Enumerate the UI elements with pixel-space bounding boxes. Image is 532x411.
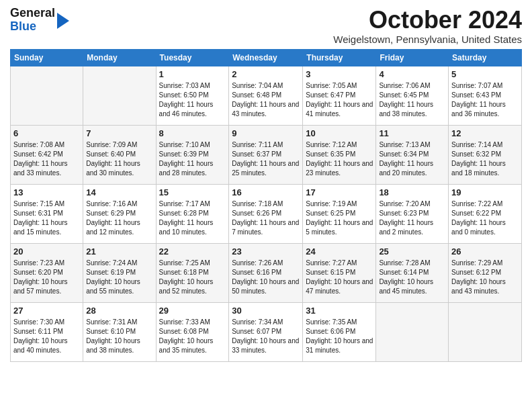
day-number: 15 xyxy=(159,187,226,199)
day-number: 11 xyxy=(379,128,445,140)
day-info: Sunrise: 7:13 AMSunset: 6:34 PMDaylight:… xyxy=(379,140,445,178)
sunrise-text: Sunrise: 7:27 AM xyxy=(306,259,357,267)
calendar-week-3: 20Sunrise: 7:23 AMSunset: 6:20 PMDayligh… xyxy=(11,243,522,302)
day-number: 6 xyxy=(13,128,80,140)
calendar-cell xyxy=(11,66,83,125)
calendar-cell: 10Sunrise: 7:12 AMSunset: 6:35 PMDayligh… xyxy=(303,125,376,184)
sunrise-text: Sunrise: 7:17 AM xyxy=(159,200,210,208)
day-number: 18 xyxy=(379,187,445,199)
daylight-text: Daylight: 11 hours and 33 minutes. xyxy=(13,160,68,177)
sunset-text: Sunset: 6:18 PM xyxy=(159,269,209,276)
day-number: 2 xyxy=(232,68,300,81)
calendar-week-1: 6Sunrise: 7:08 AMSunset: 6:42 PMDaylight… xyxy=(11,125,522,184)
day-info: Sunrise: 7:11 AMSunset: 6:37 PMDaylight:… xyxy=(232,140,300,178)
calendar-cell: 7Sunrise: 7:09 AMSunset: 6:40 PMDaylight… xyxy=(83,125,156,184)
day-info: Sunrise: 7:16 AMSunset: 6:29 PMDaylight:… xyxy=(86,199,152,237)
title-area: October 2024 Weigelstown, Pennsylvania, … xyxy=(333,7,522,45)
day-info: Sunrise: 7:04 AMSunset: 6:48 PMDaylight:… xyxy=(232,81,300,119)
day-info: Sunrise: 7:22 AMSunset: 6:22 PMDaylight:… xyxy=(451,199,519,237)
day-number: 28 xyxy=(86,305,152,318)
sunset-text: Sunset: 6:47 PM xyxy=(306,91,355,99)
day-number: 30 xyxy=(232,305,300,318)
day-info: Sunrise: 7:15 AMSunset: 6:31 PMDaylight:… xyxy=(13,199,80,237)
day-number: 25 xyxy=(379,246,445,259)
calendar-cell: 2Sunrise: 7:04 AMSunset: 6:48 PMDaylight… xyxy=(229,66,303,125)
sunset-text: Sunset: 6:10 PM xyxy=(86,328,136,335)
day-info: Sunrise: 7:17 AMSunset: 6:28 PMDaylight:… xyxy=(159,199,226,237)
day-number: 12 xyxy=(451,128,519,140)
day-number: 14 xyxy=(86,187,152,199)
day-info: Sunrise: 7:30 AMSunset: 6:11 PMDaylight:… xyxy=(13,318,80,355)
calendar-cell: 28Sunrise: 7:31 AMSunset: 6:10 PMDayligh… xyxy=(83,302,156,361)
sunrise-text: Sunrise: 7:28 AM xyxy=(379,259,430,267)
calendar-cell: 13Sunrise: 7:15 AMSunset: 6:31 PMDayligh… xyxy=(11,184,83,243)
calendar-cell: 14Sunrise: 7:16 AMSunset: 6:29 PMDayligh… xyxy=(83,184,156,243)
calendar-cell: 1Sunrise: 7:03 AMSunset: 6:50 PMDaylight… xyxy=(156,66,229,125)
sunrise-text: Sunrise: 7:14 AM xyxy=(451,141,502,148)
calendar-cell: 30Sunrise: 7:34 AMSunset: 6:07 PMDayligh… xyxy=(229,302,303,361)
daylight-text: Daylight: 10 hours and 31 minutes. xyxy=(306,337,373,354)
day-info: Sunrise: 7:06 AMSunset: 6:45 PMDaylight:… xyxy=(379,81,445,119)
calendar-cell: 20Sunrise: 7:23 AMSunset: 6:20 PMDayligh… xyxy=(11,243,83,302)
day-number: 19 xyxy=(451,187,519,199)
sunset-text: Sunset: 6:37 PM xyxy=(232,150,281,158)
sunset-text: Sunset: 6:40 PM xyxy=(86,150,136,158)
day-info: Sunrise: 7:26 AMSunset: 6:16 PMDaylight:… xyxy=(232,259,300,296)
day-number: 20 xyxy=(13,246,80,259)
sunset-text: Sunset: 6:43 PM xyxy=(451,91,501,99)
sunrise-text: Sunrise: 7:13 AM xyxy=(379,141,430,148)
day-number: 24 xyxy=(306,246,373,259)
col-friday: Friday xyxy=(376,49,449,66)
sunset-text: Sunset: 6:20 PM xyxy=(13,269,63,276)
calendar-cell: 19Sunrise: 7:22 AMSunset: 6:22 PMDayligh… xyxy=(449,184,522,243)
calendar-cell: 27Sunrise: 7:30 AMSunset: 6:11 PMDayligh… xyxy=(11,302,83,361)
logo-arrow-icon xyxy=(57,13,69,29)
sunrise-text: Sunrise: 7:31 AM xyxy=(86,318,137,326)
sunset-text: Sunset: 6:16 PM xyxy=(232,269,281,276)
day-number: 3 xyxy=(306,68,373,81)
day-info: Sunrise: 7:35 AMSunset: 6:06 PMDaylight:… xyxy=(306,318,373,355)
day-info: Sunrise: 7:28 AMSunset: 6:14 PMDaylight:… xyxy=(379,259,445,296)
sunrise-text: Sunrise: 7:07 AM xyxy=(451,82,502,89)
day-number: 26 xyxy=(451,246,519,259)
sunset-text: Sunset: 6:11 PM xyxy=(13,328,63,335)
sunset-text: Sunset: 6:39 PM xyxy=(159,150,209,158)
calendar-cell: 31Sunrise: 7:35 AMSunset: 6:06 PMDayligh… xyxy=(303,302,376,361)
sunrise-text: Sunrise: 7:33 AM xyxy=(159,318,210,326)
calendar-cell: 5Sunrise: 7:07 AMSunset: 6:43 PMDaylight… xyxy=(449,66,522,125)
day-number: 4 xyxy=(379,68,445,81)
sunrise-text: Sunrise: 7:20 AM xyxy=(379,200,430,208)
header: General Blue October 2024 Weigelstown, P… xyxy=(10,7,522,45)
col-tuesday: Tuesday xyxy=(156,49,229,66)
sunset-text: Sunset: 6:06 PM xyxy=(306,328,355,335)
header-row: Sunday Monday Tuesday Wednesday Thursday… xyxy=(11,49,522,66)
sunset-text: Sunset: 6:12 PM xyxy=(451,269,501,276)
calendar-cell: 25Sunrise: 7:28 AMSunset: 6:14 PMDayligh… xyxy=(376,243,449,302)
daylight-text: Daylight: 10 hours and 38 minutes. xyxy=(86,337,140,354)
day-info: Sunrise: 7:03 AMSunset: 6:50 PMDaylight:… xyxy=(159,81,226,119)
daylight-text: Daylight: 11 hours and 5 minutes. xyxy=(306,219,373,236)
day-info: Sunrise: 7:31 AMSunset: 6:10 PMDaylight:… xyxy=(86,318,152,355)
sunrise-text: Sunrise: 7:15 AM xyxy=(13,200,64,208)
calendar-week-2: 13Sunrise: 7:15 AMSunset: 6:31 PMDayligh… xyxy=(11,184,522,243)
sunrise-text: Sunrise: 7:25 AM xyxy=(159,259,210,267)
sunset-text: Sunset: 6:22 PM xyxy=(451,210,501,217)
logo-area: General Blue xyxy=(10,7,69,34)
sunset-text: Sunset: 6:26 PM xyxy=(232,210,281,217)
sunset-text: Sunset: 6:25 PM xyxy=(306,210,355,217)
calendar-week-0: 1Sunrise: 7:03 AMSunset: 6:50 PMDaylight… xyxy=(11,66,522,125)
sunrise-text: Sunrise: 7:11 AM xyxy=(232,141,283,148)
sunset-text: Sunset: 6:35 PM xyxy=(306,150,355,158)
daylight-text: Daylight: 11 hours and 23 minutes. xyxy=(306,160,373,177)
sunset-text: Sunset: 6:29 PM xyxy=(86,210,136,217)
daylight-text: Daylight: 11 hours and 46 minutes. xyxy=(159,101,214,118)
sunset-text: Sunset: 6:45 PM xyxy=(379,91,429,99)
calendar-cell: 12Sunrise: 7:14 AMSunset: 6:32 PMDayligh… xyxy=(449,125,522,184)
day-info: Sunrise: 7:24 AMSunset: 6:19 PMDaylight:… xyxy=(86,259,152,296)
sunset-text: Sunset: 6:08 PM xyxy=(159,328,209,335)
day-info: Sunrise: 7:34 AMSunset: 6:07 PMDaylight:… xyxy=(232,318,300,355)
daylight-text: Daylight: 10 hours and 50 minutes. xyxy=(232,278,299,295)
sunrise-text: Sunrise: 7:03 AM xyxy=(159,82,210,89)
day-number: 1 xyxy=(159,68,226,81)
day-info: Sunrise: 7:12 AMSunset: 6:35 PMDaylight:… xyxy=(306,140,373,178)
